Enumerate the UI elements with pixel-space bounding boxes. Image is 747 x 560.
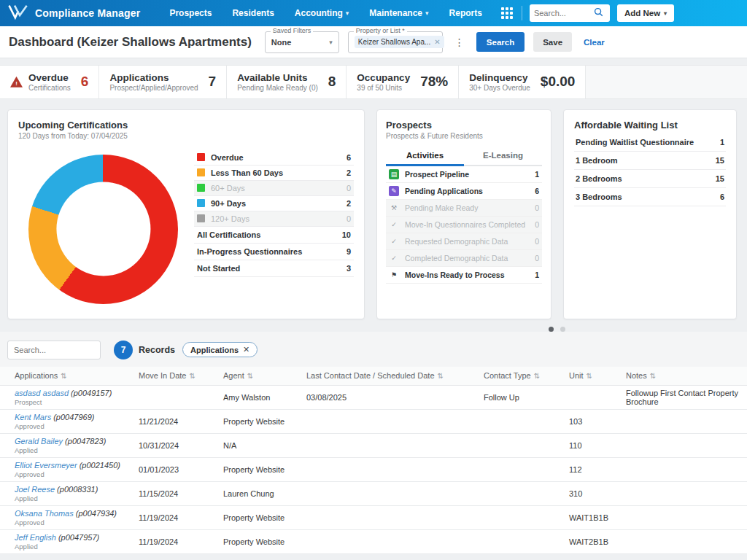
sort-icon[interactable]: ⇅ [189,372,195,380]
prospect-link[interactable]: Joel Reese [15,485,55,494]
prospect-activity-row[interactable]: ⚑ Move-Ins Ready to Process 1 [386,267,542,284]
close-icon[interactable]: ✕ [434,38,440,46]
nav-item[interactable]: Reports [439,0,492,26]
id-badge-icon: ▤ [389,169,399,179]
prospect-link[interactable]: Kent Mars [15,413,51,421]
save-button[interactable]: Save [533,32,572,52]
agent-cell: Property Website [216,414,299,429]
applications-cell: Joel Reese (p0008331) Applied [7,482,131,505]
unit-cell: WAIT2B1B [562,534,619,549]
contact-type-cell [476,491,562,497]
property-select[interactable]: Property or List * Keizer Shallows Apa..… [348,31,443,53]
prospect-status: Applied [15,446,128,454]
carousel-dot-2[interactable] [560,327,565,332]
waiting-list-row[interactable]: Pending Waitlist Questionnaire 1 [574,133,726,152]
agent-cell: Property Website [216,462,299,477]
prospect-activity-row[interactable]: ✎ Pending Applications 6 [386,183,542,200]
kpi-value: 7 [209,74,217,90]
legend-value: 2 [347,168,351,177]
activity-value: 0 [535,254,539,262]
nav-item[interactable]: Maintenance▾ [359,0,438,26]
column-header[interactable]: Last Contact Date / Scheduled Date⇅ [299,371,476,380]
legend-swatch [197,153,205,161]
global-search-input[interactable] [534,9,594,18]
table-search-input[interactable] [7,341,101,359]
prospect-status: Approved [15,470,128,478]
add-new-button[interactable]: Add New▾ [617,4,674,22]
kpi-subtitle: 39 of 50 Units [357,84,410,92]
page-title: Dashboard (Keizer Shallows Apartments) [9,35,252,50]
kebab-menu-icon[interactable]: ⋮ [452,35,468,50]
column-header[interactable]: Agent⇅ [216,371,299,380]
search-button[interactable]: Search [476,32,525,52]
kpi-card[interactable]: Applications Prospect/Applied/Approved 7 [99,66,227,98]
sort-icon[interactable]: ⇅ [247,372,253,380]
column-header[interactable]: Unit⇅ [562,371,619,380]
summary-value: 3 [347,264,351,273]
close-icon[interactable]: ✕ [243,345,249,354]
nav-item[interactable]: Accounting▾ [285,0,360,26]
table-row[interactable]: Oksana Thomas (p0047934) Approved 11/19/… [0,506,747,530]
table-row[interactable]: Gerald Bailey (p0047823) Applied 10/31/2… [0,434,747,458]
search-icon[interactable] [594,7,603,20]
legend-label: 60+ Days [211,184,245,192]
tab[interactable]: E-Leasing [464,147,542,165]
last-contact-cell [299,467,476,472]
waiting-list-row[interactable]: 3 Bedrooms 6 [574,188,726,206]
summary-row[interactable]: Not Started 3 [194,260,354,277]
contact-type-cell: Follow Up [476,390,562,405]
waiting-list-row[interactable]: 1 Bedroom 15 [574,152,726,170]
brand[interactable]: Compliance Manager [7,4,140,23]
prospect-activity-row[interactable]: ▤ Prospect Pipeline 1 [386,166,542,183]
carousel-dot-1[interactable] [549,327,554,332]
table-row[interactable]: Elliot Eversmeyer (p0021450) Approved 01… [0,458,747,482]
activity-label: Prospect Pipeline [405,170,469,179]
column-header[interactable]: Notes⇅ [619,371,747,380]
sort-icon[interactable]: ⇅ [650,372,656,380]
sort-icon[interactable]: ⇅ [438,372,444,380]
sort-icon[interactable]: ⇅ [61,372,66,380]
apps-grid-icon[interactable] [497,3,517,23]
prospect-link[interactable]: Oksana Thomas [15,509,74,518]
move-in-date-cell [131,394,216,400]
column-header[interactable]: Move In Date⇅ [131,371,216,380]
prospect-activity-row[interactable]: ✓ Requested Demographic Data 0 [386,233,542,250]
nav-item[interactable]: Residents [222,0,284,26]
saved-filters-select[interactable]: Saved Filters None ▾ [265,31,339,53]
table-row[interactable]: Joel Reese (p0008331) Applied 11/15/2024… [0,482,747,506]
kpi-card[interactable]: Available Units Pending Make Ready (0) 8 [227,66,347,98]
prospect-link[interactable]: Gerald Bailey [15,437,63,446]
prospect-link[interactable]: asdasd asdasd [15,389,69,397]
agent-cell: Property Website [216,510,299,525]
prospect-activity-row[interactable]: ✓ Completed Demographic Data 0 [386,250,542,267]
property-chip[interactable]: Keizer Shallows Apa... ✕ [355,36,444,48]
sort-icon[interactable]: ⇅ [534,372,540,380]
kpi-card[interactable]: Occupancy 39 of 50 Units 78% [347,66,459,98]
nav-item[interactable]: Prospects [159,0,222,26]
filter-bar: Dashboard (Keizer Shallows Apartments) S… [0,26,747,58]
tab[interactable]: Activities [386,147,464,165]
card-title: Affordable Waiting List [574,120,726,131]
kpi-card[interactable]: Delinquency 30+ Days Overdue $0.00 [459,66,586,98]
prospects-tabs: Activities E-Leasing [386,147,542,166]
filter-chip-applications[interactable]: Applications ✕ [182,342,258,357]
table-row[interactable]: asdasd asdasd (p0049157) Prospect Amy Wa… [0,386,747,410]
activity-value: 1 [535,271,539,279]
table-row[interactable]: Kent Mars (p0047969) Approved 11/21/2024… [0,410,747,434]
applications-cell: Oksana Thomas (p0047934) Approved [7,506,131,529]
clear-link[interactable]: Clear [584,38,605,47]
summary-row[interactable]: All Certifications 10 [194,227,354,244]
prospect-activity-row[interactable]: ✓ Move-In Questionnaires Completed 0 [386,217,542,233]
upcoming-certifications-card: Upcoming Certifications 120 Days from To… [7,109,365,319]
waiting-list-value: 6 [720,192,724,201]
prospect-link[interactable]: Elliot Eversmeyer [15,461,77,470]
table-row[interactable]: Jeff English (p0047957) Applied 11/19/20… [0,530,747,554]
kpi-card[interactable]: ! Overdue Certifications 6 [0,66,99,98]
prospect-activity-row[interactable]: ⚒ Pending Make Ready 0 [386,200,542,217]
summary-row[interactable]: In-Progress Questionnaires 9 [194,244,354,260]
sort-icon[interactable]: ⇅ [587,372,592,380]
column-header[interactable]: Applications⇅ [7,371,131,380]
waiting-list-row[interactable]: 2 Bedrooms 15 [574,170,726,188]
column-header[interactable]: Contact Type⇅ [476,371,562,380]
prospect-link[interactable]: Jeff English [15,533,56,542]
